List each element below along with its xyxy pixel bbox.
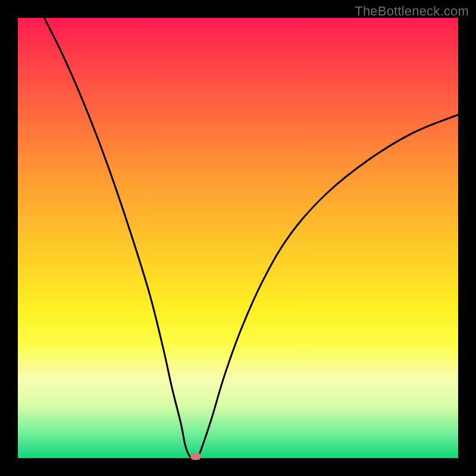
- chart-plot-area: [18, 18, 458, 458]
- optimal-point-marker: [190, 453, 201, 460]
- bottleneck-curve: [18, 18, 458, 458]
- watermark-text: TheBottleneck.com: [355, 4, 469, 19]
